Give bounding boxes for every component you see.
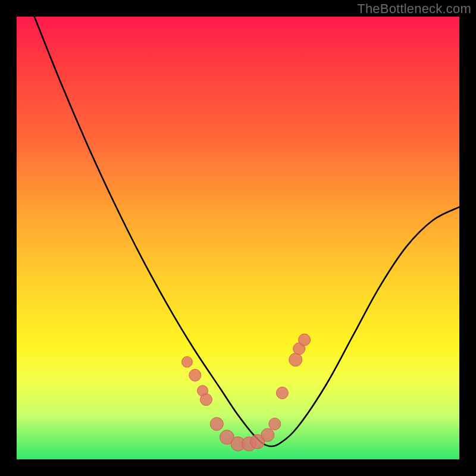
chart-frame: TheBottleneck.com [0, 0, 476, 476]
data-point [242, 437, 256, 451]
data-point [220, 430, 234, 444]
data-point [181, 356, 192, 367]
data-point [299, 334, 311, 346]
data-point [289, 353, 302, 367]
chart-svg [17, 17, 459, 459]
data-point [250, 434, 265, 449]
data-point [200, 394, 212, 406]
data-point [293, 343, 305, 355]
data-point [210, 418, 223, 431]
data-point [198, 386, 208, 396]
data-point [231, 437, 245, 451]
bottleneck-curve [35, 17, 459, 446]
chart-plot-area [17, 17, 459, 459]
watermark-text: TheBottleneck.com [357, 1, 471, 17]
data-point [276, 387, 288, 399]
data-point [261, 428, 274, 441]
data-point [189, 369, 201, 381]
data-points-group [181, 334, 310, 451]
data-point [269, 418, 281, 430]
